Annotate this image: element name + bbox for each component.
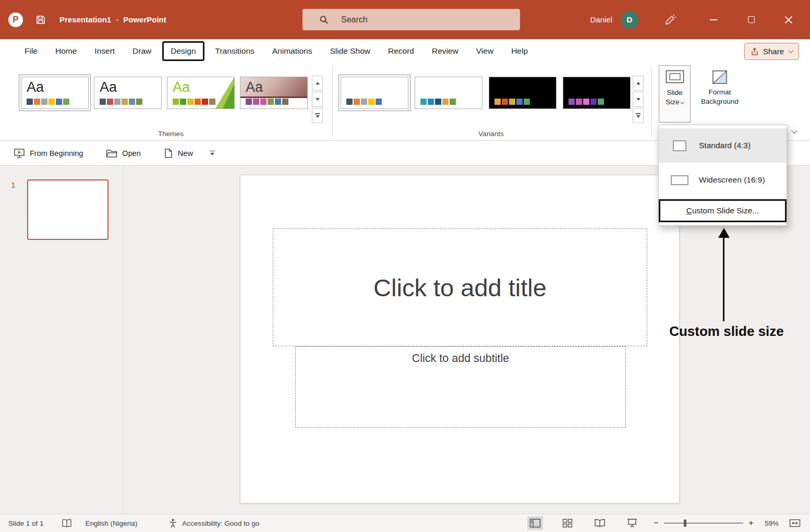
variant-palette <box>569 99 604 105</box>
zoom-out-button[interactable]: − <box>651 518 661 528</box>
search-input[interactable] <box>341 15 487 25</box>
menu-item-standard-43[interactable]: Standard (4:3) <box>659 128 787 163</box>
fit-slide-to-window-button[interactable] <box>787 516 803 530</box>
maximize-button[interactable] <box>741 10 761 30</box>
tab-record[interactable]: Record <box>379 39 423 63</box>
reading-view-button[interactable] <box>592 516 608 530</box>
customize-quick-access-button[interactable] <box>210 151 215 156</box>
annotation-caption: Custom slide size <box>659 323 794 340</box>
variant-3[interactable] <box>489 77 557 109</box>
powerpoint-logo-icon[interactable]: P <box>8 13 23 27</box>
tab-help[interactable]: Help <box>502 39 537 63</box>
open-button[interactable]: Open <box>106 149 140 158</box>
new-button[interactable]: New <box>164 148 193 159</box>
tab-file[interactable]: File <box>16 39 46 63</box>
save-button[interactable] <box>35 15 46 25</box>
normal-view-button[interactable] <box>527 516 543 530</box>
tab-home[interactable]: Home <box>46 39 86 63</box>
triangle-up-icon <box>636 82 640 84</box>
title-placeholder[interactable]: Click to add title <box>273 228 647 346</box>
slide-thumbnail-panel: 1 <box>0 166 123 514</box>
variant-palette <box>420 99 456 105</box>
theme-item-2[interactable]: Aa <box>94 77 162 109</box>
triangle-down-icon <box>316 115 320 118</box>
search-bar[interactable] <box>303 9 520 30</box>
zoom-level[interactable]: 59% <box>756 519 779 527</box>
tab-draw[interactable]: Draw <box>124 39 160 63</box>
theme-palette <box>173 99 215 105</box>
collapse-ribbon-button[interactable] <box>792 126 796 136</box>
user-name[interactable]: Daniel <box>590 15 612 24</box>
slide-sorter-view-button[interactable] <box>560 516 575 530</box>
themes-more-button[interactable] <box>312 108 323 123</box>
user-avatar[interactable]: D <box>621 11 638 29</box>
whats-new-button[interactable] <box>664 14 676 26</box>
triangle-down-icon <box>210 153 214 155</box>
slide-1-thumbnail[interactable] <box>27 179 108 240</box>
tab-view[interactable]: View <box>467 39 502 63</box>
palette-swatch <box>494 99 501 105</box>
palette-swatch <box>122 99 128 105</box>
accessibility-status[interactable]: Accessibility: Good to go <box>182 519 259 527</box>
theme-sample-text: Aa <box>246 79 263 95</box>
zoom-in-button[interactable]: + <box>746 518 756 528</box>
chevron-down-icon <box>680 100 684 104</box>
new-label: New <box>178 149 193 158</box>
slide-canvas[interactable]: Click to add title Click to add subtitle <box>240 175 680 503</box>
menu-item-custom-slide-size[interactable]: Custom Slide Size... <box>659 199 787 222</box>
variant-4[interactable] <box>563 77 631 109</box>
variants-more-button[interactable] <box>633 108 644 123</box>
variant-2[interactable] <box>415 77 482 109</box>
ribbon-tab-row: File Home Insert Draw Design Transitions… <box>0 39 810 63</box>
minimize-button[interactable] <box>704 10 723 30</box>
palette-swatch <box>136 99 142 105</box>
menu-item-widescreen-169[interactable]: Widescreen (16:9) <box>659 163 787 197</box>
themes-scroll-controls <box>312 76 323 124</box>
palette-swatch <box>442 99 449 105</box>
palette-swatch <box>598 99 604 105</box>
from-beginning-button[interactable]: From Beginning <box>14 148 83 159</box>
slide-size-button[interactable]: Slide Size <box>659 65 691 123</box>
tab-design[interactable]: Design <box>162 41 204 61</box>
themes-scroll-down-button[interactable] <box>312 92 323 107</box>
tab-animations[interactable]: Animations <box>263 39 321 63</box>
palette-swatch <box>268 99 274 105</box>
palette-swatch <box>180 99 186 105</box>
palette-swatch <box>502 99 508 105</box>
format-background-button[interactable]: Format Background <box>695 65 745 123</box>
variant-1[interactable] <box>341 77 408 109</box>
tab-transitions[interactable]: Transitions <box>207 39 263 63</box>
slide-show-icon <box>627 518 637 528</box>
theme-gallery[interactable]: Aa <box>240 77 308 109</box>
slideshow-play-icon <box>14 148 25 159</box>
tab-slide-show[interactable]: Slide Show <box>321 39 379 63</box>
theme-office[interactable]: Aa <box>21 77 89 109</box>
status-left: Slide 1 of 1 English (Nigeria) Accessibi… <box>0 518 259 528</box>
language-status[interactable]: English (Nigeria) <box>86 519 138 527</box>
zoom-controls: − + 59% <box>651 516 803 530</box>
palette-swatch <box>114 99 120 105</box>
title-placeholder-text: Click to add title <box>373 273 547 302</box>
palette-swatch <box>107 99 113 105</box>
view-switcher <box>527 516 640 530</box>
annotation-arrow-line <box>723 237 724 321</box>
slide-show-view-button[interactable] <box>624 516 640 530</box>
app-name: PowerPoint <box>123 15 166 24</box>
themes-scroll-up-button[interactable] <box>312 76 323 91</box>
accessibility-checker-button[interactable] <box>168 518 177 528</box>
variants-scroll-down-button[interactable] <box>633 92 644 107</box>
close-button[interactable] <box>779 10 799 30</box>
from-beginning-label: From Beginning <box>30 149 83 158</box>
tab-insert[interactable]: Insert <box>86 39 124 63</box>
palette-swatch <box>361 99 367 105</box>
variants-scroll-up-button[interactable] <box>633 76 644 91</box>
pen-sparkle-icon <box>664 14 676 26</box>
theme-facet[interactable]: Aa <box>167 77 235 109</box>
tab-review[interactable]: Review <box>423 39 467 63</box>
share-button[interactable]: Share <box>744 43 799 60</box>
zoom-slider-thumb[interactable] <box>684 519 686 527</box>
spell-check-button[interactable] <box>62 519 72 528</box>
palette-swatch <box>376 99 382 105</box>
subtitle-placeholder[interactable]: Click to add subtitle <box>295 346 626 428</box>
zoom-slider[interactable] <box>664 519 743 527</box>
